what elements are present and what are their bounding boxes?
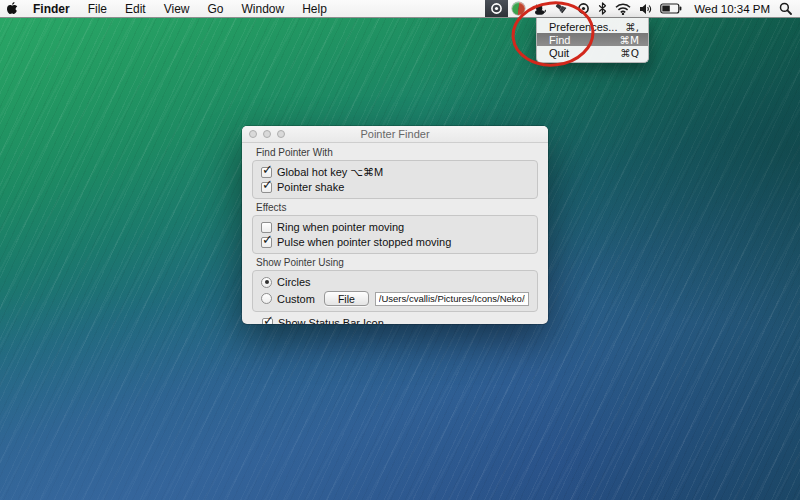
menu-item-label: Preferences... [549,21,617,33]
pointer-shake-checkbox[interactable]: ✓ [261,182,272,193]
custom-icon-path-field[interactable] [375,292,529,306]
menubar-item-edit[interactable]: Edit [116,0,155,17]
minimize-window-button[interactable] [263,130,271,138]
radio-label: Circles [277,276,311,288]
menubar-item-go[interactable]: Go [199,0,233,17]
menu-item-preferences[interactable]: Preferences... ⌘, [537,20,648,33]
menu-item-label: Find [549,34,570,46]
bluetooth-status-icon[interactable] [594,0,611,17]
wifi-icon [615,3,631,15]
menubar-item-file[interactable]: File [79,0,116,17]
window-controls [249,126,285,142]
circles-radio[interactable] [261,277,272,288]
menubar-item-finder[interactable]: Finder [24,0,79,17]
volume-icon [639,3,652,15]
radio-row-custom: Custom File [261,290,529,307]
group-find-pointer-with: ✓ Global hot key ⌥⌘M ✓ Pointer shake [252,160,538,199]
globe-icon [512,2,525,15]
window-footer: ✓ Show Status Bar Icon Close Quit [252,312,538,324]
checkbox-row-status-bar-icon: ✓ Show Status Bar Icon [262,316,534,324]
window-titlebar[interactable]: Pointer Finder [242,126,548,143]
close-window-button[interactable] [249,130,257,138]
zoom-window-button[interactable] [277,130,285,138]
checkbox-row-global-hotkey: ✓ Global hot key ⌥⌘M [261,165,529,179]
checkbox-label: Pointer shake [277,181,344,193]
status-item-menu: Preferences... ⌘, Find ⌘M Quit ⌘Q [536,18,649,63]
globe-status-icon[interactable] [508,0,529,17]
check-icon: ✓ [262,232,273,247]
group-effects: ✓ Ring when pointer moving ✓ Pulse when … [252,215,538,254]
apple-menu[interactable] [0,0,24,17]
checkbox-row-ring-moving: ✓ Ring when pointer moving [261,220,529,234]
target-icon [577,2,590,15]
checkbox-row-pointer-shake: ✓ Pointer shake [261,180,529,194]
wifi-status-icon[interactable] [611,0,635,17]
show-status-bar-icon-checkbox[interactable]: ✓ [262,318,273,325]
menubar-item-view[interactable]: View [155,0,199,17]
spotlight-button[interactable] [777,0,800,17]
menu-item-shortcut: ⌘Q [620,47,639,59]
flashlight-icon [554,2,569,15]
magnifier-icon [779,2,792,15]
checkbox-label: Show Status Bar Icon [278,317,384,324]
file-button[interactable]: File [324,291,369,306]
check-icon: ✓ [262,162,273,177]
cat-status-icon[interactable] [529,0,550,17]
menu-bar-status-area: Wed 10:34 PM [485,0,800,17]
cat-icon [533,3,546,15]
section-label-show-pointer-using: Show Pointer Using [256,257,538,268]
menubar-item-window[interactable]: Window [233,0,294,17]
apple-icon [6,2,18,16]
radio-label: Custom [277,293,315,305]
battery-icon [660,3,682,14]
checkbox-label: Pulse when pointer stopped moving [277,236,451,248]
target-icon [490,2,503,15]
check-icon: ✓ [263,313,274,325]
custom-radio[interactable] [261,293,272,304]
checkbox-label: Global hot key ⌥⌘M [277,166,383,179]
check-icon: ✓ [262,177,273,192]
menu-bar-clock[interactable]: Wed 10:34 PM [686,3,777,15]
battery-status-icon[interactable] [656,0,686,17]
volume-status-icon[interactable] [635,0,656,17]
flashlight-status-icon[interactable] [550,0,573,17]
checkbox-label: Ring when pointer moving [277,221,404,233]
menu-item-quit[interactable]: Quit ⌘Q [537,46,648,59]
bluetooth-icon [598,2,607,15]
checkbox-row-pulse-stopped: ✓ Pulse when pointer stopped moving [261,235,529,249]
menu-bar: Finder File Edit View Go Window Help [0,0,800,18]
pointer-finder-status-icon[interactable] [485,0,508,17]
target-status-icon[interactable] [573,0,594,17]
window-title: Pointer Finder [360,128,429,140]
menu-item-shortcut: ⌘, [625,21,639,33]
menu-item-label: Quit [549,47,569,59]
menu-bar-left: Finder File Edit View Go Window Help [0,0,336,17]
section-label-effects: Effects [256,202,538,213]
menu-item-shortcut: ⌘M [619,34,639,46]
radio-row-circles: Circles [261,275,529,289]
menu-item-find[interactable]: Find ⌘M [537,33,648,46]
group-show-pointer-using: Circles Custom File [252,270,538,312]
window-content: Find Pointer With ✓ Global hot key ⌥⌘M ✓… [242,143,548,324]
pointer-finder-window: Pointer Finder Find Pointer With ✓ Globa… [242,126,548,324]
menubar-item-help[interactable]: Help [293,0,336,17]
pulse-when-stopped-checkbox[interactable]: ✓ [261,237,272,248]
section-label-find-pointer-with: Find Pointer With [256,147,538,158]
